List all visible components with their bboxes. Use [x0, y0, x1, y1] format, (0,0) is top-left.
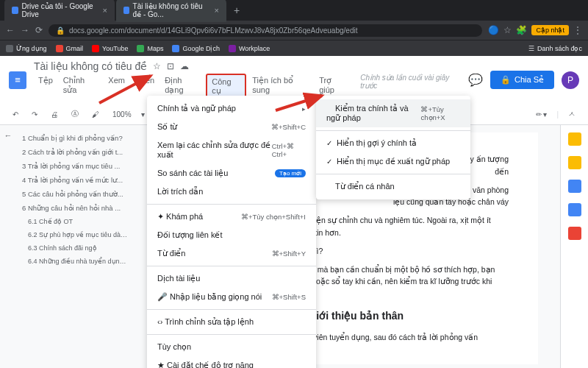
docs-icon [123, 7, 129, 14]
spellcheck-button[interactable]: Ⓐ [68, 107, 82, 121]
tab-title: Tài liệu không có tiêu đề - Go... [133, 2, 211, 18]
apps-bookmark[interactable]: Ứng dụng [6, 45, 47, 52]
explore-icon: ✦ [157, 212, 164, 221]
forward-button[interactable]: → [21, 25, 29, 35]
voice-typing-item[interactable]: 🎤 Nhập liệu bằng giọng nói⌘+Shift+S [147, 288, 316, 306]
tasks-icon[interactable] [568, 180, 581, 193]
svg-line-1 [99, 76, 151, 103]
calendar-icon[interactable] [568, 132, 581, 146]
collapse-button[interactable]: ㅅ [564, 107, 579, 121]
youtube-bookmark[interactable]: YouTube [92, 45, 128, 52]
translate-icon [172, 45, 179, 52]
back-button[interactable]: ← [6, 25, 15, 35]
separator [316, 174, 470, 174]
url-field[interactable]: 🔒docs.google.com/document/d/14GLi9Qpv6i6… [49, 24, 482, 37]
outline-item[interactable]: 6 Những câu hỏi nên hỏi nhà ... [21, 201, 129, 215]
edit-mode-button[interactable]: ✏ ▾ [532, 108, 551, 121]
browser-tab[interactable]: Drive của tôi - Google Drive× [4, 0, 115, 22]
outline-item[interactable]: 1 Chuẩn bị gì khi đi phỏng vấn? [21, 131, 129, 145]
check-icon: ✓ [326, 158, 332, 166]
url-bar: ← → ⟳ 🔒docs.google.com/document/d/14GLi9… [0, 21, 588, 40]
translate-bookmark[interactable]: Google Dịch [172, 45, 220, 52]
print-button[interactable]: 🖨 [47, 108, 62, 121]
comment-icon[interactable]: 💬 [468, 73, 483, 87]
menu-icon[interactable]: ⋮ [573, 25, 582, 35]
svg-line-3 [276, 96, 322, 110]
linked-objects-item[interactable]: Đối tượng liên kết [147, 226, 316, 244]
spell-check-item[interactable]: Kiểm tra chính tả và ngữ pháp⌘+Tùy chọn+… [316, 99, 470, 127]
new-tab-button[interactable]: + [228, 4, 245, 16]
outline-item[interactable]: 6.3 Chính sách đãi ngộ [21, 241, 129, 255]
maps-icon[interactable] [568, 227, 581, 240]
zoom-select[interactable]: 100% [109, 108, 135, 121]
word-count-item[interactable]: Số từ⌘+Shift+C [147, 118, 316, 136]
compare-docs-item[interactable]: So sánh các tài liệuTạo mới [147, 164, 316, 183]
avatar[interactable]: P [562, 71, 579, 89]
separator [147, 334, 316, 335]
outline-item[interactable]: 6.1 Chế độ OT [21, 215, 129, 228]
outline-item[interactable]: 5 Các câu hỏi phỏng vấn thườ... [21, 187, 129, 201]
tools-dropdown: Chính tả và ngữ pháp▸ Số từ⌘+Shift+C Xem… [147, 96, 316, 368]
paint-format-button[interactable]: 🖌 [88, 108, 103, 121]
separator [147, 266, 316, 266]
docs-logo-icon[interactable]: ≡ [9, 71, 26, 89]
close-icon[interactable]: × [103, 6, 107, 15]
gmail-bookmark[interactable]: Gmail [56, 45, 84, 52]
mic-icon: 🎤 [157, 292, 168, 301]
maps-icon [137, 45, 144, 52]
contacts-icon[interactable] [568, 203, 581, 216]
close-icon[interactable]: × [215, 6, 219, 15]
accessibility-icon: ★ [157, 361, 165, 368]
workplace-bookmark[interactable]: Workplace [229, 45, 270, 52]
list-icon: ☰ [528, 45, 534, 52]
new-badge: Tạo mới [275, 169, 306, 177]
citations-item[interactable]: Lời trích dẫn [147, 183, 316, 201]
outline-item[interactable]: 3 Trả lời phỏng vấn mục tiêu ... [21, 159, 129, 173]
browser-tab[interactable]: Tài liệu không có tiêu đề - Go...× [116, 0, 226, 22]
star-icon[interactable]: ☆ [503, 25, 512, 35]
extension-icon[interactable]: 🔵 [488, 25, 499, 35]
keep-icon[interactable] [568, 156, 581, 169]
document-outline: 1 Chuẩn bị gì khi đi phỏng vấn? 2 Cách t… [16, 125, 134, 368]
separator [316, 130, 470, 131]
script-editor-item[interactable]: ‹› Trình chỉnh sửa tập lệnh [147, 313, 316, 331]
tab-title: Drive của tôi - Google Drive [22, 2, 99, 18]
reading-list[interactable]: ☰Danh sách đọc [528, 45, 582, 52]
share-button[interactable]: 🔒Chia Sẻ [490, 71, 554, 89]
redo-button[interactable]: ↷ [28, 108, 41, 121]
annotation-arrow [272, 77, 331, 117]
dictionary-item[interactable]: Từ điển⌘+Shift+Y [147, 244, 316, 263]
menu-file[interactable]: Tệp [34, 74, 57, 99]
show-spelling-item[interactable]: ✓Hiển thị gợi ý chính tả [316, 134, 470, 152]
youtube-icon [92, 45, 99, 52]
maps-bookmark[interactable]: Maps [137, 45, 163, 52]
browser-tabs-bar: Drive của tôi - Google Drive× Tài liệu k… [0, 0, 588, 21]
show-grammar-item[interactable]: ✓Hiển thị mục đề xuất ngữ pháp [316, 152, 470, 171]
outline-item[interactable]: 6.2 Sự phù hợp về mục tiêu dài ... [21, 228, 129, 241]
outline-toggle[interactable]: ← [0, 125, 16, 368]
review-edits-item[interactable]: Xem lại các chỉnh sửa được đề xuấtCtrl+⌘… [147, 136, 316, 164]
lock-icon: 🔒 [56, 26, 65, 35]
explore-item[interactable]: ✦ Khám phá⌘+Tùy chọn+Shift+I [147, 208, 316, 226]
preferences-item[interactable]: Tùy chọn [147, 338, 316, 356]
translate-item[interactable]: Dịch tài liệu [147, 269, 316, 288]
url-text: docs.google.com/document/d/14GLi9Qpv6i6v… [69, 26, 357, 35]
outline-item[interactable]: 6.4 Những điều nhà tuyển dụng ... [21, 255, 129, 268]
reload-button[interactable]: ⟳ [35, 25, 43, 35]
drive-icon [12, 7, 18, 14]
spelling-submenu: Kiểm tra chính tả và ngữ pháp⌘+Tùy chọn+… [316, 96, 470, 199]
update-button[interactable]: Cập nhật [531, 25, 569, 35]
side-panel [560, 125, 588, 368]
separator [147, 204, 316, 205]
personal-dictionary-item[interactable]: Từ điển cá nhân [316, 177, 470, 196]
cloud-icon[interactable]: ☁ [180, 61, 189, 71]
separator [147, 309, 316, 310]
move-icon[interactable]: ⊡ [167, 61, 174, 71]
bookmark-bar: Ứng dụng Gmail YouTube Maps Google Dịch … [0, 40, 588, 56]
accessibility-item[interactable]: ★ Cài đặt chế độ trợ năng [147, 356, 316, 368]
undo-button[interactable]: ↶ [9, 108, 22, 121]
extensions-icon[interactable]: 🧩 [516, 25, 527, 35]
outline-item[interactable]: 2 Cách trả lời phỏng vấn giới t... [21, 145, 129, 159]
lock-icon: 🔒 [501, 75, 511, 85]
outline-item[interactable]: 4 Trả lời phỏng vấn về mức lư... [21, 173, 129, 187]
